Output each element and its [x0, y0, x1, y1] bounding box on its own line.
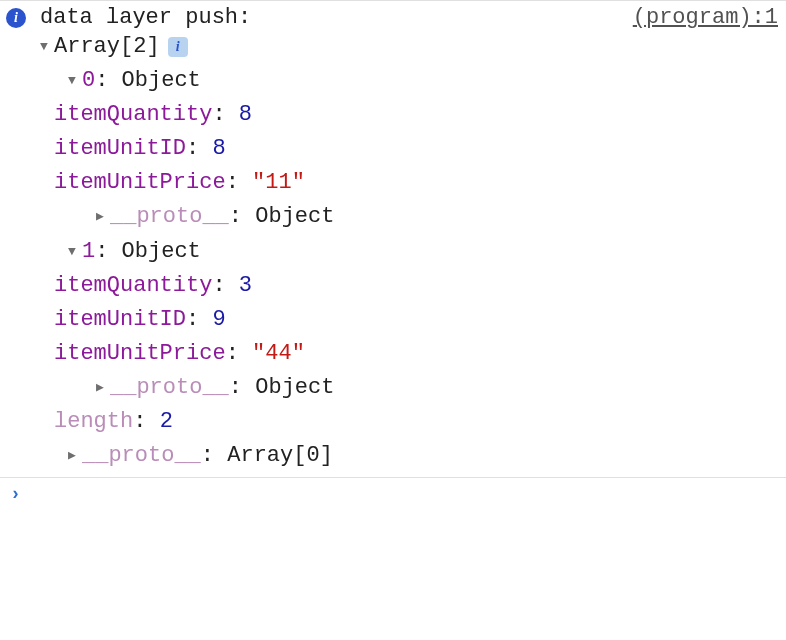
prop-value: "11" [252, 166, 305, 200]
tree-entry-header[interactable]: 0: Object [40, 64, 778, 98]
disclosure-triangle-icon[interactable] [68, 71, 80, 91]
tree-proto-line[interactable]: __proto__: Array[0] [40, 439, 778, 473]
disclosure-triangle-icon[interactable] [96, 378, 108, 398]
length-value: 2 [160, 405, 173, 439]
tree-prop-line[interactable]: itemUnitID: 9 [40, 303, 778, 337]
length-key: length [54, 405, 133, 439]
proto-value: Object [255, 200, 334, 234]
proto-key: __proto__ [82, 439, 201, 473]
proto-key: __proto__ [110, 371, 229, 405]
disclosure-triangle-icon[interactable] [68, 446, 80, 466]
proto-value: Array[0] [227, 439, 333, 473]
prop-key: itemUnitPrice [54, 166, 226, 200]
console-message-row: i data layer push: (program):1 Array[2] … [0, 0, 786, 478]
tree-length-line[interactable]: length: 2 [40, 405, 778, 439]
root-count: [2] [120, 30, 160, 64]
tree-prop-line[interactable]: itemQuantity: 3 [40, 269, 778, 303]
tree-prop-line[interactable]: itemUnitPrice: "44" [40, 337, 778, 371]
prop-key: itemQuantity [54, 98, 212, 132]
prop-key: itemUnitID [54, 132, 186, 166]
array-index: 1 [82, 235, 95, 269]
tree-proto-line[interactable]: __proto__: Object [40, 200, 778, 234]
console-header-line: i data layer push: (program):1 [6, 5, 778, 30]
chevron-right-icon: › [10, 484, 21, 504]
entry-type: Object [122, 235, 201, 269]
info-icon: i [6, 8, 26, 28]
prop-value: 3 [239, 269, 252, 303]
tree-prop-line[interactable]: itemUnitID: 8 [40, 132, 778, 166]
tree-proto-line[interactable]: __proto__: Object [40, 371, 778, 405]
prop-key: itemUnitID [54, 303, 186, 337]
disclosure-triangle-icon[interactable] [40, 37, 52, 57]
prop-value: 8 [239, 98, 252, 132]
source-link[interactable]: (program):1 [633, 5, 778, 30]
info-badge-icon[interactable]: i [168, 37, 188, 57]
tree-prop-line[interactable]: itemUnitPrice: "11" [40, 166, 778, 200]
tree-entry-header[interactable]: 1: Object [40, 235, 778, 269]
root-type: Array [54, 30, 120, 64]
entry-type: Object [122, 64, 201, 98]
object-tree: Array[2] i 0: Object itemQuantity: 8 ite… [6, 30, 778, 473]
tree-prop-line[interactable]: itemQuantity: 8 [40, 98, 778, 132]
disclosure-triangle-icon[interactable] [96, 207, 108, 227]
array-index: 0 [82, 64, 95, 98]
prop-value: "44" [252, 337, 305, 371]
proto-key: __proto__ [110, 200, 229, 234]
tree-root-line[interactable]: Array[2] i [40, 30, 778, 64]
prop-value: 9 [212, 303, 225, 337]
log-label: data layer push: [40, 5, 251, 30]
proto-value: Object [255, 371, 334, 405]
disclosure-triangle-icon[interactable] [68, 242, 80, 262]
prop-key: itemQuantity [54, 269, 212, 303]
prop-value: 8 [212, 132, 225, 166]
prop-key: itemUnitPrice [54, 337, 226, 371]
console-prompt[interactable]: › [0, 478, 786, 510]
